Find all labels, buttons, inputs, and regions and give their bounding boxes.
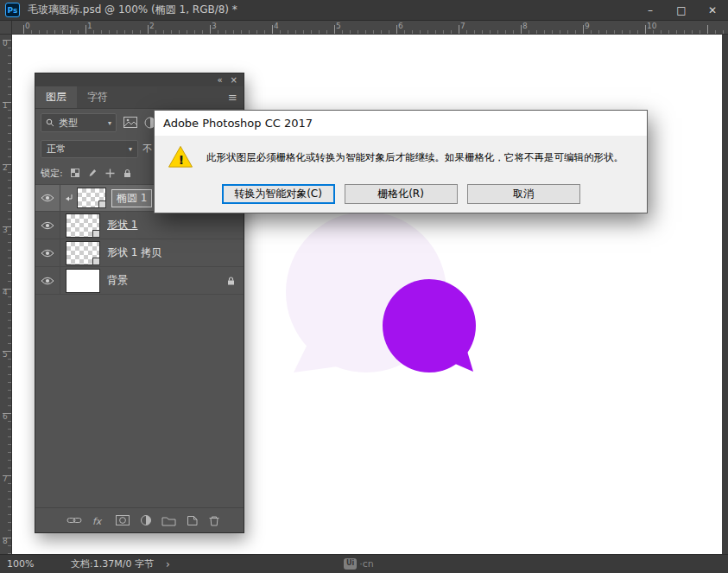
filter-pixel-layer-icon[interactable] (123, 117, 137, 128)
ruler-number: 5 (3, 351, 8, 359)
ruler-number: 0 (3, 40, 8, 48)
rasterize-button[interactable]: 栅格化(R) (345, 184, 458, 204)
link-layers-icon[interactable] (66, 515, 82, 525)
close-panel-icon[interactable]: × (231, 76, 237, 85)
watermark: Ui ·cn (344, 555, 374, 573)
zoom-level-field[interactable]: 100% (7, 558, 48, 570)
ruler-number: 8 (3, 538, 8, 545)
ruler-vertical[interactable]: 012345678 (0, 35, 12, 554)
ruler-number: 6 (398, 22, 403, 30)
close-button[interactable]: ✕ (697, 0, 728, 20)
ruler-number: 2 (3, 164, 8, 172)
background-lock-icon (227, 276, 235, 285)
layer-name[interactable]: 形状 1 拷贝 (107, 245, 161, 260)
title-bar[interactable]: Ps 毛玻璃图标.psd @ 100% (椭圆 1, RGB/8) * – □ … (0, 0, 728, 21)
ruler-horizontal[interactable]: 012345678910 (12, 21, 728, 35)
ruler-number: 2 (149, 22, 155, 30)
dialog-buttons: 转换为智能对象(C) 栅格化(R) 取消 (155, 184, 647, 204)
adjustment-layer-icon[interactable] (140, 514, 152, 526)
chevron-down-icon: ▾ (104, 119, 111, 127)
ruler-number: 0 (25, 22, 30, 30)
watermark-logo: Ui (344, 558, 357, 569)
collapse-panel-icon[interactable]: « (217, 76, 222, 85)
add-layer-mask-icon[interactable] (115, 514, 130, 526)
status-bar: 100% 文档:1.37M/0 字节 › Ui ·cn (0, 554, 728, 573)
document-info[interactable]: 文档:1.37M/0 字节 (71, 557, 154, 570)
visibility-toggle[interactable] (35, 212, 60, 239)
dialog-content: ! 此形状图层必须栅格化或转换为智能对象后才能继续。如果栅格化，它将不再是可编辑… (155, 136, 647, 169)
ruler-number: 3 (212, 22, 217, 30)
dialog-title-bar[interactable]: Adobe Photoshop CC 2017 (155, 111, 647, 136)
chevron-down-icon: ▾ (125, 145, 132, 153)
dialog-message: 此形状图层必须栅格化或转换为智能对象后才能继续。如果栅格化，它将不再是可编辑的形… (206, 145, 624, 164)
vector-mask-badge (92, 230, 100, 238)
ruler-number: 8 (522, 22, 528, 30)
visibility-toggle[interactable] (35, 239, 60, 266)
status-chevron-icon[interactable]: › (166, 558, 170, 570)
filter-kind-icons (123, 117, 156, 129)
svg-text:!: ! (178, 152, 184, 168)
ruler-number: 7 (460, 22, 465, 30)
eye-icon (41, 194, 54, 202)
lock-all-icon[interactable] (123, 169, 131, 178)
filter-type-label: 类型 (59, 117, 78, 130)
layer-row-shape-1-copy[interactable]: 形状 1 拷贝 (35, 239, 244, 267)
delete-layer-trash-icon[interactable] (208, 515, 220, 526)
lock-label: 锁定: (41, 167, 63, 180)
opacity-label-partial: 不 (142, 143, 152, 156)
visibility-toggle[interactable] (35, 267, 60, 294)
convert-to-smart-object-button[interactable]: 转换为智能对象(C) (222, 184, 335, 204)
eye-icon (41, 249, 54, 258)
layer-thumbnail[interactable] (66, 241, 100, 265)
ruler-number: 9 (585, 22, 590, 30)
new-group-folder-icon[interactable] (161, 515, 176, 526)
ruler-number: 1 (87, 22, 92, 30)
lock-image-pixels-icon[interactable] (88, 169, 97, 178)
ruler-corner[interactable] (0, 21, 12, 35)
vector-mask-badge (92, 258, 100, 265)
layer-style-fx-icon[interactable]: fx (92, 515, 105, 526)
warning-icon: ! (168, 145, 193, 169)
ruler-number: 6 (3, 413, 8, 421)
layer-name[interactable]: 椭圆 1 (111, 189, 152, 207)
visibility-toggle[interactable] (35, 185, 60, 211)
cancel-button[interactable]: 取消 (467, 184, 580, 204)
lock-icons (71, 169, 131, 178)
ruler-number: 5 (336, 22, 341, 30)
svg-text:fx: fx (92, 516, 103, 526)
lock-position-icon[interactable] (105, 169, 115, 178)
pasteboard-strip (722, 35, 728, 554)
layer-name[interactable]: 形状 1 (107, 218, 137, 232)
ruler-number: 1 (3, 102, 8, 110)
vector-mask-badge (98, 201, 106, 208)
tab-character[interactable]: 字符 (77, 86, 118, 108)
filter-type-dropdown[interactable]: 类型 ▾ (41, 113, 117, 132)
photoshop-window: Ps 毛玻璃图标.psd @ 100% (椭圆 1, RGB/8) * – □ … (0, 0, 728, 573)
layer-thumbnail[interactable] (66, 213, 100, 238)
panel-tab-bar: 图层 字符 ≡ (35, 86, 244, 109)
ruler-number: 3 (3, 226, 8, 234)
lock-transparent-pixels-icon[interactable] (71, 169, 79, 177)
window-title: 毛玻璃图标.psd @ 100% (椭圆 1, RGB/8) * (28, 3, 237, 17)
layer-name[interactable]: 背景 (107, 273, 128, 288)
layer-thumbnail[interactable] (77, 188, 106, 208)
layers-panel-toolbar: fx (35, 507, 244, 532)
minimize-button[interactable]: – (635, 0, 666, 20)
window-controls: – □ ✕ (635, 0, 728, 20)
blend-mode-dropdown[interactable]: 正常 ▾ (41, 140, 138, 158)
clipping-mask-arrow-icon (65, 194, 74, 203)
rasterize-warning-dialog: Adobe Photoshop CC 2017 ! 此形状图层必须栅格化或转换为… (154, 110, 648, 213)
watermark-suffix: ·cn (359, 558, 374, 570)
layer-row-shape-1[interactable]: 形状 1 (35, 212, 244, 239)
panel-header[interactable]: « × (35, 73, 244, 86)
ruler-number: 4 (274, 22, 279, 30)
layer-row-background[interactable]: 背景 (35, 267, 244, 295)
ruler-number: 7 (3, 475, 8, 483)
layer-thumbnail[interactable] (66, 269, 100, 293)
maximize-button[interactable]: □ (666, 0, 697, 20)
new-layer-icon[interactable] (186, 515, 199, 526)
ruler-number: 4 (3, 289, 8, 296)
ruler-number: 10 (647, 22, 656, 30)
panel-menu-icon[interactable]: ≡ (228, 86, 237, 108)
tab-layers[interactable]: 图层 (35, 86, 77, 108)
